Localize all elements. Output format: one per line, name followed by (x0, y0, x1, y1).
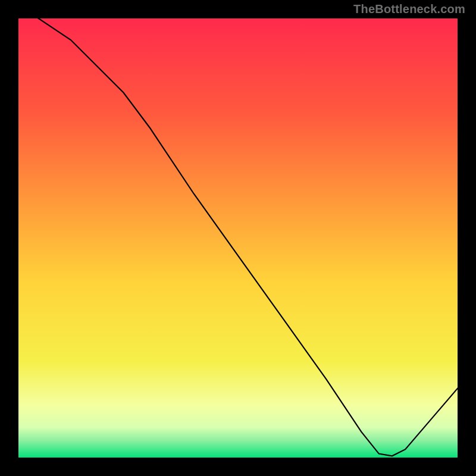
chart-container: TheBottleneck.com (0, 0, 476, 476)
bottleneck-curve-plot (18, 18, 458, 458)
watermark-text: TheBottleneck.com (353, 2, 465, 16)
gradient-background (18, 18, 458, 458)
